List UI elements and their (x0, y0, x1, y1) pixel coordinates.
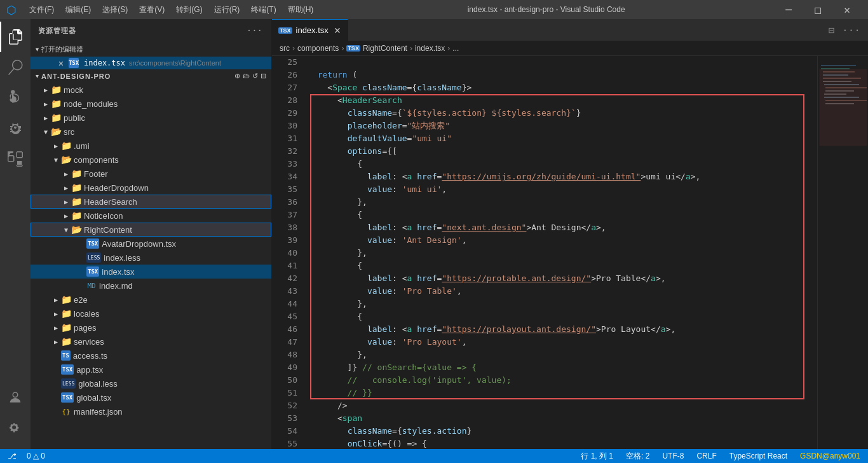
line-content-39: value: 'Ant Design', (308, 234, 807, 247)
new-file-icon[interactable]: ⊕ (234, 72, 240, 80)
breadcrumb-more[interactable]: ... (452, 44, 459, 53)
menu-run[interactable]: 运行(R) (209, 3, 245, 17)
activity-search[interactable] (0, 52, 31, 83)
files-icon (8, 29, 24, 45)
collapse-icon[interactable]: ⊟ (261, 72, 266, 80)
code-line-35: 35 value: 'umi ui', (282, 183, 807, 196)
tree-item-access-ts[interactable]: TS access.ts (31, 349, 271, 363)
activity-explorer[interactable] (0, 22, 31, 52)
close-button[interactable]: ✕ (832, 0, 862, 19)
tree-item-footer[interactable]: ▶ 📁 Footer (31, 167, 271, 181)
tree-item-index-less[interactable]: LESS index.less (31, 251, 271, 265)
ts-icon: TS (61, 350, 71, 361)
svg-rect-14 (820, 69, 867, 146)
encoding[interactable]: UTF-8 (660, 452, 686, 460)
tree-item-notice-icon[interactable]: ▶ 📁 NoticeIcon (31, 209, 271, 223)
breadcrumb-index-tsx[interactable]: index.tsx (415, 44, 445, 53)
code-container: 25 26 return ( 27 <Space className={clas… (272, 56, 868, 449)
close-icon[interactable]: ✕ (56, 58, 66, 68)
code-editor[interactable]: 25 26 return ( 27 <Space className={clas… (272, 56, 817, 449)
code-line-44: 44 }, (282, 298, 807, 310)
cursor-position[interactable]: 行 1, 列 1 (578, 451, 616, 462)
tree-item-avatar-dropdown[interactable]: TSX AvatarDropdown.tsx (31, 237, 271, 251)
menu-goto[interactable]: 转到(G) (171, 3, 207, 17)
tree-item-src[interactable]: ▼ 📂 src (31, 125, 271, 139)
indentation[interactable]: 空格: 2 (623, 451, 652, 462)
index-tsx-label: index.tsx (102, 267, 134, 277)
activity-debug[interactable] (0, 113, 31, 144)
more-actions-tab-button[interactable]: ··· (839, 22, 863, 39)
line-content-55: onClick={() => { (308, 438, 807, 449)
project-section[interactable]: ▾ ANT-DESIGN-PRO ⊕ 🗁 ↺ ⊟ (31, 69, 271, 83)
line-content-29: className={`${styles.action} ${styles.se… (308, 107, 807, 120)
activity-account[interactable] (0, 383, 31, 413)
menu-terminal[interactable]: 终端(T) (246, 3, 281, 17)
breadcrumb-right-content[interactable]: TSX RightContent (346, 44, 407, 53)
git-branch-icon[interactable]: ⎇ (5, 452, 19, 460)
tree-item-global-tsx[interactable]: TSX global.tsx (31, 390, 271, 404)
tree-item-pages[interactable]: ▶ 📁 pages (31, 321, 271, 335)
line-number-41: 41 (282, 259, 308, 272)
language-mode[interactable]: TypeScript React (727, 452, 790, 460)
line-number-44: 44 (282, 298, 308, 310)
public-chevron-icon: ▶ (41, 114, 51, 121)
code-line-48: 48 }, (282, 349, 807, 361)
activity-source-control[interactable] (0, 83, 31, 113)
open-editors-section[interactable]: ▾ 打开的编辑器 (31, 42, 271, 57)
tree-item-app-tsx[interactable]: TSX app.tsx (31, 363, 271, 377)
code-line-51: 51 // }} (282, 387, 807, 399)
code-line-50: 50 // console.log('input', value); (282, 374, 807, 387)
tree-item-index-md[interactable]: MD index.md (31, 279, 271, 293)
menu-select[interactable]: 选择(S) (97, 3, 133, 17)
menu-help[interactable]: 帮助(H) (283, 3, 319, 17)
tree-item-components[interactable]: ▼ 📂 components (31, 153, 271, 167)
activity-settings[interactable] (0, 413, 31, 444)
code-line-28: 28 <HeaderSearch (282, 94, 807, 107)
sidebar-title: 资源管理器 (38, 26, 76, 36)
line-content-31: defaultValue="umi ui" (308, 132, 807, 145)
tree-item-umi[interactable]: ▶ 📁 .umi (31, 139, 271, 153)
footer-folder-icon: 📁 (71, 169, 81, 179)
tree-item-index-tsx[interactable]: TSX index.tsx (31, 265, 271, 279)
code-line-42: 42 label: <a href="https://protable.ant.… (282, 272, 807, 285)
status-bar: ⎇ 0 △ 0 行 1, 列 1 空格: 2 UTF-8 CRLF TypeSc… (0, 449, 868, 463)
tree-item-e2e[interactable]: ▶ 📁 e2e (31, 293, 271, 307)
code-line-47: 47 value: 'Pro Layout', (282, 336, 807, 349)
line-number-40: 40 (282, 247, 308, 259)
tree-item-global-less[interactable]: LESS global.less (31, 377, 271, 390)
minimize-button[interactable]: ─ (774, 0, 803, 19)
tree-item-manifest-json[interactable]: {} manifest.json (31, 404, 271, 418)
errors-warnings[interactable]: 0 △ 0 (24, 452, 48, 460)
tree-item-locales[interactable]: ▶ 📁 locales (31, 307, 271, 321)
refresh-icon[interactable]: ↺ (252, 72, 258, 80)
menu-view[interactable]: 查看(V) (134, 3, 170, 17)
maximize-button[interactable]: □ (803, 0, 832, 19)
code-line-26: 26 return ( (282, 69, 807, 81)
tree-item-public[interactable]: ▶ 📁 public (31, 111, 271, 125)
tree-item-services[interactable]: ▶ 📁 services (31, 335, 271, 349)
line-endings[interactable]: CRLF (694, 452, 719, 460)
menu-edit[interactable]: 编辑(E) (60, 3, 96, 17)
menu-file[interactable]: 文件(F) (24, 3, 59, 17)
activity-extensions[interactable] (0, 144, 31, 174)
more-actions-button[interactable]: ··· (245, 24, 264, 37)
manifest-json-label: manifest.json (74, 407, 123, 417)
tree-item-right-content[interactable]: ▼ 📂 RightContent (31, 223, 271, 237)
new-folder-icon[interactable]: 🗁 (243, 72, 250, 80)
tree-item-node-modules[interactable]: ▶ 📁 node_modules (31, 97, 271, 111)
tree-item-mock[interactable]: ▶ 📁 mock (31, 83, 271, 97)
line-number-31: 31 (282, 132, 308, 145)
code-line-33: 33 { (282, 158, 807, 170)
tree-item-header-dropdown[interactable]: ▶ 📁 HeaderDropdown (31, 181, 271, 195)
tab-close-button[interactable]: ✕ (334, 25, 341, 36)
breadcrumb-components[interactable]: components (297, 44, 339, 53)
breadcrumb-src[interactable]: src (280, 44, 290, 53)
code-line-53: 53 <span (282, 412, 807, 425)
tab-index-tsx[interactable]: TSX index.tsx ✕ (272, 19, 348, 41)
breadcrumb-right-content-label: RightContent (363, 44, 407, 53)
tree-item-header-search[interactable]: ▶ 📁 HeaderSearch (31, 195, 271, 209)
line-number-51: 51 (282, 387, 308, 399)
split-editor-button[interactable]: ⊟ (825, 22, 837, 39)
e2e-label: e2e (74, 295, 88, 305)
open-editor-item-indextsx[interactable]: ✕ TSX index.tsx src\components\RightCont… (31, 57, 271, 69)
